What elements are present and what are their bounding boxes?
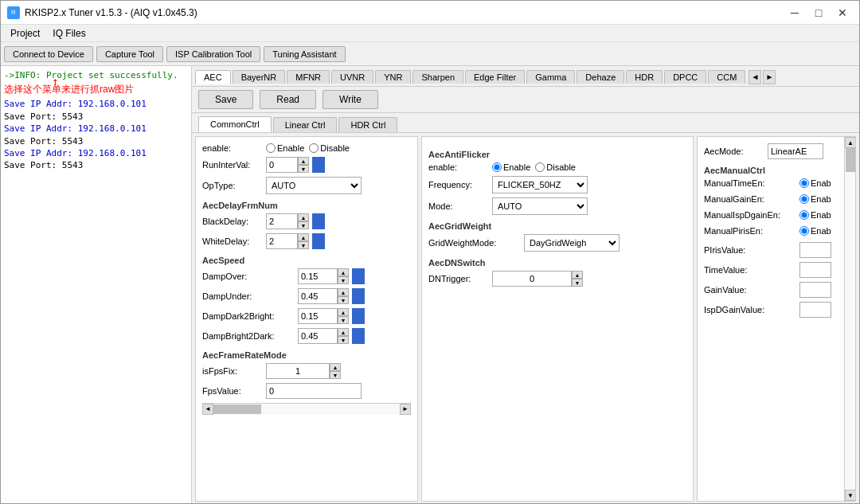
manual-isp-radio[interactable]	[799, 210, 809, 220]
black-delay-input[interactable]	[266, 213, 298, 229]
white-delay-down[interactable]: ▼	[298, 241, 309, 249]
tab-dehaze[interactable]: Dehaze	[577, 70, 624, 84]
damp-over-down[interactable]: ▼	[338, 276, 349, 284]
connect-device-button[interactable]: Connect to Device	[4, 46, 93, 62]
tab-gamma[interactable]: Gamma	[526, 70, 575, 84]
tab-sharpen[interactable]: Sharpen	[412, 70, 463, 84]
run-interval-up[interactable]: ▲	[298, 157, 309, 165]
manual-piris-radio[interactable]	[799, 226, 809, 236]
subtab-hdr-ctrl[interactable]: HDR Ctrl	[338, 117, 397, 132]
scroll-down-btn[interactable]: ▼	[845, 490, 856, 501]
scroll-track[interactable]	[845, 148, 855, 490]
run-interval-color-btn[interactable]	[312, 157, 325, 173]
white-delay-up[interactable]: ▲	[298, 233, 309, 241]
tab-prev-button[interactable]: ◄	[749, 70, 761, 84]
enable-option[interactable]: Enable	[266, 143, 304, 153]
af-enable-radio[interactable]	[492, 162, 502, 172]
damp-dark2bright-color-btn[interactable]	[352, 308, 365, 324]
af-disable-radio[interactable]	[535, 162, 545, 172]
save-button[interactable]: Save	[198, 90, 253, 109]
gain-value-input[interactable]	[799, 282, 831, 298]
run-interval-down[interactable]: ▼	[298, 165, 309, 173]
af-disable-option[interactable]: Disable	[535, 162, 576, 172]
menu-iq-files[interactable]: IQ Files	[46, 26, 92, 41]
grid-weight-mode-select[interactable]: DayGridWeigh NightGridWeigh	[524, 234, 620, 252]
isp-dgain-value-input[interactable]	[799, 302, 831, 318]
hscroll-right-btn[interactable]: ►	[400, 404, 411, 415]
tab-ccm[interactable]: CCM	[708, 70, 745, 84]
tab-bayernr[interactable]: BayerNR	[233, 70, 286, 84]
damp-under-color-btn[interactable]	[352, 288, 365, 304]
piris-value-input[interactable]	[799, 242, 831, 258]
op-type-select[interactable]: AUTO MANUAL	[266, 177, 362, 194]
damp-dark2bright-input[interactable]	[298, 308, 338, 324]
manual-time-radio[interactable]	[799, 178, 809, 188]
damp-over-color-btn[interactable]	[352, 268, 365, 284]
damp-over-input[interactable]	[298, 268, 338, 284]
is-fps-fix-down[interactable]: ▼	[330, 371, 341, 379]
black-delay-down[interactable]: ▼	[298, 221, 309, 229]
is-fps-fix-input[interactable]	[266, 363, 330, 379]
run-interval-input[interactable]	[266, 157, 298, 173]
manual-isp-dgain-enable[interactable]: Enab	[799, 210, 831, 220]
tab-aec[interactable]: AEC	[195, 70, 231, 84]
close-button[interactable]: ✕	[832, 5, 853, 21]
dn-trigger-down[interactable]: ▼	[572, 279, 583, 287]
maximize-button[interactable]: □	[808, 5, 829, 21]
damp-dark2bright-down[interactable]: ▼	[338, 316, 349, 324]
damp-bright2dark-input[interactable]	[298, 328, 338, 344]
is-fps-fix-up[interactable]: ▲	[330, 363, 341, 371]
tab-edge-filter[interactable]: Edge Filter	[465, 70, 525, 84]
damp-under-input[interactable]	[298, 288, 338, 304]
read-button[interactable]: Read	[260, 90, 316, 109]
frequency-select[interactable]: FLICKER_50HZ FLICKER_60HZ	[492, 176, 588, 193]
aec-mode-input[interactable]	[768, 143, 823, 159]
af-enable-option[interactable]: Enable	[492, 162, 530, 172]
black-delay-up[interactable]: ▲	[298, 213, 309, 221]
damp-bright2dark-color-btn[interactable]	[352, 328, 365, 344]
aec-grid-weight-title: AecGridWeight	[428, 221, 686, 231]
tab-mfnr[interactable]: MFNR	[287, 70, 330, 84]
minimize-button[interactable]: ─	[784, 5, 805, 21]
subtab-linear-ctrl[interactable]: Linear Ctrl	[273, 117, 338, 132]
dn-trigger-input[interactable]	[492, 271, 572, 287]
hscroll-thumb[interactable]	[213, 404, 261, 414]
isp-calibration-button[interactable]: ISP Calibration Tool	[166, 46, 260, 62]
menu-project[interactable]: Project	[4, 26, 46, 41]
damp-dark2bright-spinbox: ▲ ▼	[298, 308, 349, 324]
tab-uvnr[interactable]: UVNR	[331, 70, 373, 84]
damp-under-down[interactable]: ▼	[338, 296, 349, 304]
scroll-up-btn[interactable]: ▲	[845, 137, 856, 148]
tab-dpcc[interactable]: DPCC	[664, 70, 706, 84]
white-delay-color-btn[interactable]	[312, 233, 325, 249]
enable-radio[interactable]	[266, 143, 276, 153]
disable-radio[interactable]	[309, 143, 319, 153]
manual-piris-enable[interactable]: Enab	[799, 226, 831, 236]
damp-bright2dark-up[interactable]: ▲	[338, 328, 349, 336]
scroll-thumb[interactable]	[846, 148, 855, 172]
damp-dark2bright-up[interactable]: ▲	[338, 308, 349, 316]
tuning-assistant-button[interactable]: Tuning Assistant	[264, 46, 345, 62]
subtab-common-ctrl[interactable]: CommonCtrl	[198, 116, 272, 132]
fps-value-input[interactable]	[266, 383, 362, 399]
capture-tool-button[interactable]: Capture Tool	[96, 46, 163, 62]
white-delay-input[interactable]	[266, 233, 298, 249]
dn-trigger-up[interactable]: ▲	[572, 271, 583, 279]
disable-option[interactable]: Disable	[309, 143, 350, 153]
dn-trigger-spinbox: ▲ ▼	[492, 271, 583, 287]
time-value-input[interactable]	[799, 262, 831, 278]
damp-bright2dark-down[interactable]: ▼	[338, 336, 349, 344]
hscroll-left-btn[interactable]: ◄	[202, 404, 213, 415]
hscroll-track[interactable]	[213, 404, 400, 415]
manual-gain-radio[interactable]	[799, 194, 809, 204]
write-button[interactable]: Write	[322, 90, 378, 109]
damp-over-up[interactable]: ▲	[338, 268, 349, 276]
tab-ynr[interactable]: YNR	[375, 70, 411, 84]
tab-hdr[interactable]: HDR	[626, 70, 663, 84]
af-mode-select[interactable]: AUTO MANUAL	[492, 197, 588, 215]
manual-gain-enable[interactable]: Enab	[799, 194, 831, 204]
manual-time-enable[interactable]: Enab	[799, 178, 831, 188]
damp-under-up[interactable]: ▲	[338, 288, 349, 296]
black-delay-color-btn[interactable]	[312, 213, 325, 229]
tab-next-button[interactable]: ►	[763, 70, 776, 84]
